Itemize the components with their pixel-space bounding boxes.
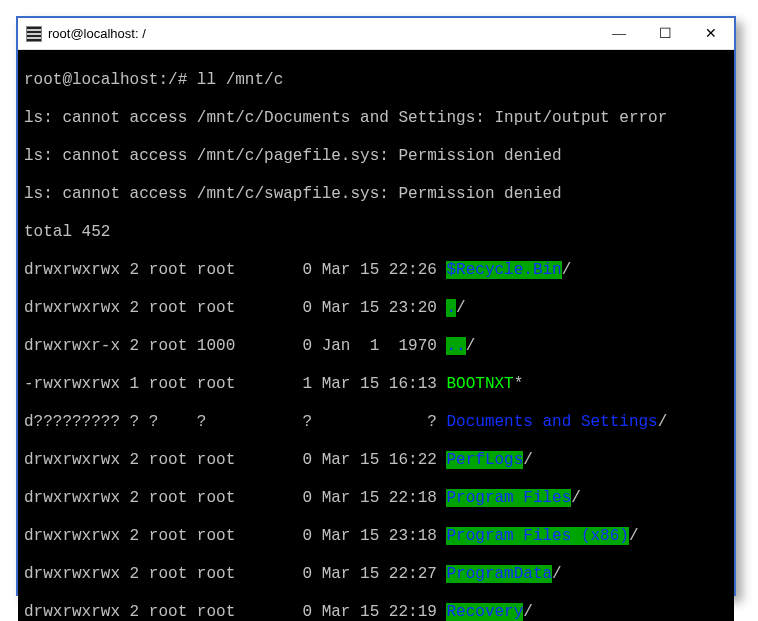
terminal-body[interactable]: root@localhost:/# ll /mnt/c ls: cannot a… <box>18 50 734 621</box>
typed-command: ll /mnt/c <box>197 71 283 89</box>
dir-name: $Recycle.Bin <box>446 261 561 279</box>
app-icon <box>26 26 42 42</box>
file-name: BOOTNXT <box>446 375 513 393</box>
close-button[interactable]: ✕ <box>688 18 734 49</box>
dir-name: Program Files (x86) <box>446 527 628 545</box>
prompt: root@localhost:/# <box>24 71 197 89</box>
ls-row: drwxrwxrwx 2 root root 0 Mar 15 22:18 Pr… <box>24 489 728 508</box>
window-buttons: — ☐ ✕ <box>596 18 734 49</box>
dir-name: Recovery <box>446 603 523 621</box>
output-line: total 452 <box>24 223 728 242</box>
minimize-button[interactable]: — <box>596 18 642 49</box>
dir-name: PerfLogs <box>446 451 523 469</box>
dir-name: .. <box>446 337 465 355</box>
dir-name: . <box>446 299 456 317</box>
output-line: ls: cannot access /mnt/c/pagefile.sys: P… <box>24 147 728 166</box>
ls-row: drwxrwxrwx 2 root root 0 Mar 15 22:26 $R… <box>24 261 728 280</box>
dir-name: Documents and Settings <box>446 413 657 431</box>
maximize-button[interactable]: ☐ <box>642 18 688 49</box>
ls-row: drwxrwxr-x 2 root 1000 0 Jan 1 1970 ../ <box>24 337 728 356</box>
ls-row: drwxrwxrwx 2 root root 0 Mar 15 23:18 Pr… <box>24 527 728 546</box>
ls-row: drwxrwxrwx 2 root root 0 Mar 15 16:22 Pe… <box>24 451 728 470</box>
dir-name: Program Files <box>446 489 571 507</box>
dir-name: ProgramData <box>446 565 552 583</box>
output-line: ls: cannot access /mnt/c/Documents and S… <box>24 109 728 128</box>
ls-row: drwxrwxrwx 2 root root 0 Mar 15 22:19 Re… <box>24 603 728 621</box>
ls-row: d????????? ? ? ? ? ? Documents and Setti… <box>24 413 728 432</box>
output-line: ls: cannot access /mnt/c/swapfile.sys: P… <box>24 185 728 204</box>
ls-row: -rwxrwxrwx 1 root root 1 Mar 15 16:13 BO… <box>24 375 728 394</box>
ls-row: drwxrwxrwx 2 root root 0 Mar 15 22:27 Pr… <box>24 565 728 584</box>
window-frame: root@localhost: / — ☐ ✕ root@localhost:/… <box>16 16 736 596</box>
prompt-line: root@localhost:/# ll /mnt/c <box>24 71 728 90</box>
titlebar[interactable]: root@localhost: / — ☐ ✕ <box>18 18 734 50</box>
window-title: root@localhost: / <box>48 26 146 41</box>
ls-row: drwxrwxrwx 2 root root 0 Mar 15 23:20 ./ <box>24 299 728 318</box>
